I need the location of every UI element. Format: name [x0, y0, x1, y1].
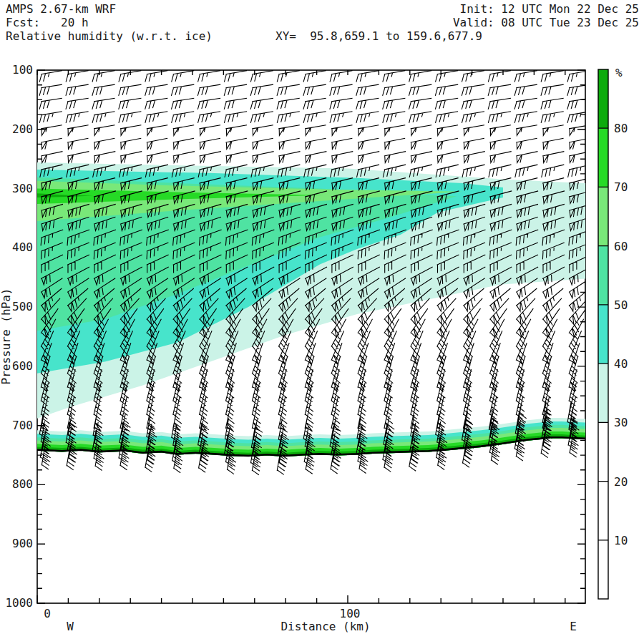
svg-text:Pressure (hPa): Pressure (hPa) — [0, 288, 13, 385]
svg-text:0: 0 — [44, 607, 51, 620]
svg-text:1000: 1000 — [5, 596, 33, 610]
svg-text:500: 500 — [12, 300, 33, 313]
amps-cross-section-page: AMPS 2.67-km WRF Fcst: 20 h Relative hum… — [0, 0, 644, 644]
cross-section-plot: 10020030040050060070080090010000100WEDis… — [0, 0, 644, 644]
svg-text:300: 300 — [12, 182, 33, 195]
svg-text:40: 40 — [614, 357, 628, 371]
svg-text:70: 70 — [614, 180, 628, 194]
svg-text:900: 900 — [12, 537, 33, 550]
svg-text:50: 50 — [614, 298, 628, 312]
svg-text:200: 200 — [12, 122, 33, 136]
svg-text:700: 700 — [12, 419, 33, 432]
svg-text:100: 100 — [12, 63, 33, 77]
svg-text:20: 20 — [614, 475, 628, 489]
svg-text:600: 600 — [12, 359, 33, 373]
svg-text:80: 80 — [614, 122, 628, 135]
svg-text:%: % — [615, 66, 623, 79]
svg-text:E: E — [570, 620, 577, 633]
svg-text:400: 400 — [12, 240, 33, 254]
svg-text:800: 800 — [12, 477, 33, 491]
svg-text:30: 30 — [614, 416, 628, 429]
svg-text:Distance (km): Distance (km) — [280, 620, 370, 633]
svg-text:10: 10 — [614, 534, 628, 547]
svg-text:100: 100 — [340, 607, 361, 620]
svg-text:60: 60 — [614, 240, 628, 253]
svg-text:W: W — [67, 620, 74, 633]
